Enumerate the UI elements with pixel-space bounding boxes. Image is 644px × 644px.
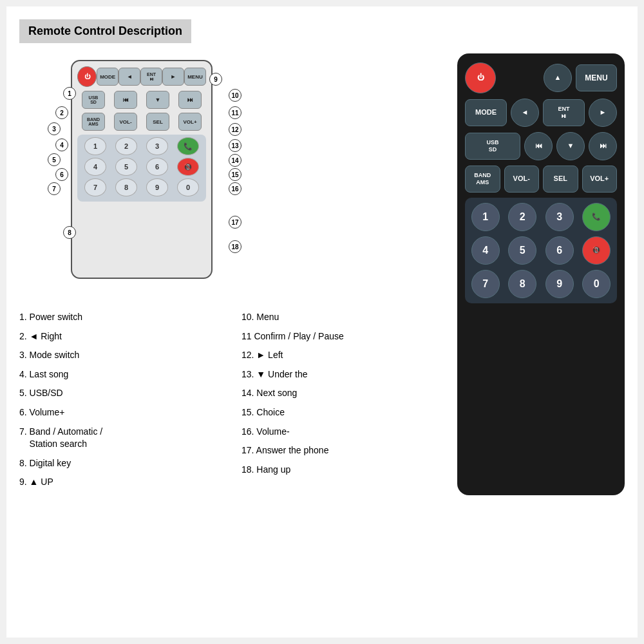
btn-power[interactable]: ⏻ bbox=[77, 66, 97, 87]
btn-left-arrow[interactable]: ◄ bbox=[118, 68, 140, 86]
label-17: 17 bbox=[229, 216, 242, 229]
desc-item-13: 13. ▼ Under the bbox=[242, 368, 444, 381]
content-area: ⏻ MODE ◄ ENT⏯ ► MENU USBSD ⏮ ▼ ⏭ bbox=[19, 53, 625, 495]
desc-item-5: 5. USB/SD bbox=[19, 387, 222, 400]
real-remote: ⏻ ▲ MENU MODE ◄ ENT⏯ ► USBSD ⏮ ▼ ⏭ BANDA bbox=[457, 53, 625, 495]
btn-volminus[interactable]: VOL- bbox=[114, 113, 137, 131]
btn-answer[interactable]: 📞 bbox=[177, 137, 199, 155]
btn-7[interactable]: 7 bbox=[84, 178, 106, 196]
rr-usbsd[interactable]: USBSD bbox=[465, 133, 520, 160]
btn-right-arrow[interactable]: ► bbox=[162, 68, 184, 86]
desc-item-9: 9. ▲ UP bbox=[19, 476, 222, 489]
desc-item-7: 7. Band / Automatic / Station search bbox=[19, 426, 222, 451]
btn-1[interactable]: 1 bbox=[84, 137, 106, 155]
rr-down-arrow[interactable]: ▼ bbox=[556, 132, 585, 160]
rr-4[interactable]: 4 bbox=[471, 236, 500, 265]
desc-left-col: 1. Power switch 2. ◄ Right 3. Mode switc… bbox=[19, 311, 222, 495]
rr-hangup[interactable]: 📵 bbox=[582, 236, 611, 265]
desc-item-17: 17. Answer the phone bbox=[242, 444, 444, 457]
rr-5[interactable]: 5 bbox=[508, 236, 536, 265]
rr-row-4: BANDAMS VOL- SEL VOL+ bbox=[465, 166, 617, 193]
btn-6[interactable]: 6 bbox=[146, 158, 168, 176]
btn-menu[interactable]: MENU bbox=[184, 68, 206, 86]
rr-numrow-3: 7 8 9 0 bbox=[469, 270, 613, 298]
btn-band[interactable]: BANDAMS bbox=[82, 113, 105, 131]
label-7: 7 bbox=[48, 182, 61, 195]
rr-up[interactable]: ▲ bbox=[544, 64, 572, 92]
numpad-row-1: 1 2 3 📞 bbox=[80, 137, 204, 155]
rr-numpad: 1 2 3 📞 4 5 6 📵 7 8 9 0 bbox=[465, 198, 617, 303]
btn-prev[interactable]: ⏮ bbox=[114, 91, 137, 109]
label-16: 16 bbox=[229, 182, 242, 195]
remote-row-1: ⏻ MODE ◄ ENT⏯ ► MENU bbox=[77, 66, 206, 87]
btn-down-arrow[interactable]: ▼ bbox=[146, 91, 169, 109]
btn-sel[interactable]: SEL bbox=[146, 113, 169, 131]
btn-usbsd[interactable]: USBSD bbox=[82, 91, 105, 109]
rr-answer[interactable]: 📞 bbox=[582, 203, 611, 231]
btn-5[interactable]: 5 bbox=[115, 158, 137, 176]
desc-item-4: 4. Last song bbox=[19, 368, 222, 381]
btn-8[interactable]: 8 bbox=[115, 178, 137, 196]
rr-row-2: MODE ◄ ENT⏯ ► bbox=[465, 99, 617, 127]
rr-band[interactable]: BANDAMS bbox=[465, 166, 500, 193]
btn-0[interactable]: 0 bbox=[177, 178, 199, 196]
rr-left-arrow[interactable]: ◄ bbox=[511, 99, 539, 127]
page: Remote Control Description ⏻ MODE ◄ ENT⏯… bbox=[6, 6, 638, 638]
label-5: 5 bbox=[48, 153, 61, 166]
btn-hangup[interactable]: 📵 bbox=[177, 158, 199, 176]
rr-1[interactable]: 1 bbox=[471, 203, 500, 231]
label-13: 13 bbox=[229, 139, 242, 152]
label-6: 6 bbox=[55, 168, 68, 181]
rr-mode[interactable]: MODE bbox=[465, 99, 507, 126]
label-8: 8 bbox=[63, 226, 76, 239]
rr-prev[interactable]: ⏮ bbox=[524, 132, 553, 160]
btn-volplus[interactable]: VOL+ bbox=[178, 113, 202, 131]
rr-row-3: USBSD ⏮ ▼ ⏭ bbox=[465, 132, 617, 160]
rr-2[interactable]: 2 bbox=[508, 203, 536, 231]
rr-6[interactable]: 6 bbox=[545, 236, 574, 265]
btn-3[interactable]: 3 bbox=[146, 137, 168, 155]
rr-3[interactable]: 3 bbox=[545, 203, 574, 231]
desc-item-3: 3. Mode switch bbox=[19, 349, 222, 362]
btn-ent[interactable]: ENT⏯ bbox=[140, 68, 162, 86]
rr-numrow-1: 1 2 3 📞 bbox=[469, 203, 613, 231]
label-14: 14 bbox=[229, 154, 242, 167]
remote-diagram: ⏻ MODE ◄ ENT⏯ ► MENU USBSD ⏮ ▼ ⏭ bbox=[71, 60, 213, 279]
desc-right-col: 10. Menu 11 Confirm / Play / Pause 12. ►… bbox=[242, 311, 444, 495]
rr-0[interactable]: 0 bbox=[582, 270, 611, 298]
btn-4[interactable]: 4 bbox=[84, 158, 106, 176]
rr-right-arrow[interactable]: ► bbox=[589, 99, 617, 127]
rr-volplus[interactable]: VOL+ bbox=[582, 166, 618, 193]
numpad-row-3: 7 8 9 0 bbox=[80, 178, 204, 196]
desc-item-6: 6. Volume+ bbox=[19, 406, 222, 419]
label-3: 3 bbox=[48, 122, 61, 135]
desc-item-1: 1. Power switch bbox=[19, 311, 222, 324]
desc-item-11: 11 Confirm / Play / Pause bbox=[242, 330, 444, 343]
desc-item-14: 14. Next song bbox=[242, 387, 444, 400]
desc-item-16: 16. Volume- bbox=[242, 426, 444, 439]
desc-item-2: 2. ◄ Right bbox=[19, 330, 222, 343]
rr-power[interactable]: ⏻ bbox=[465, 62, 496, 93]
label-1: 1 bbox=[63, 87, 76, 100]
rr-7[interactable]: 7 bbox=[471, 270, 500, 298]
btn-9[interactable]: 9 bbox=[146, 178, 168, 196]
rr-sel[interactable]: SEL bbox=[543, 166, 578, 193]
btn-next[interactable]: ⏭ bbox=[178, 91, 202, 109]
btn-mode[interactable]: MODE bbox=[97, 68, 118, 86]
label-15: 15 bbox=[229, 168, 242, 181]
rr-menu[interactable]: MENU bbox=[576, 64, 617, 91]
page-title: Remote Control Description bbox=[19, 19, 191, 43]
btn-2[interactable]: 2 bbox=[115, 137, 137, 155]
rr-ent[interactable]: ENT⏯ bbox=[543, 99, 585, 126]
rr-8[interactable]: 8 bbox=[508, 270, 536, 298]
rr-volminus[interactable]: VOL- bbox=[504, 166, 540, 193]
label-12: 12 bbox=[229, 123, 242, 136]
desc-item-12: 12. ► Left bbox=[242, 349, 444, 362]
label-11: 11 bbox=[229, 106, 242, 119]
rr-9[interactable]: 9 bbox=[545, 270, 574, 298]
rr-spacer-1 bbox=[500, 64, 540, 91]
numpad: 1 2 3 📞 4 5 6 📵 7 8 bbox=[77, 135, 206, 202]
numpad-row-2: 4 5 6 📵 bbox=[80, 158, 204, 176]
remote-row-2: USBSD ⏮ ▼ ⏭ bbox=[77, 91, 206, 109]
rr-next[interactable]: ⏭ bbox=[589, 132, 617, 160]
